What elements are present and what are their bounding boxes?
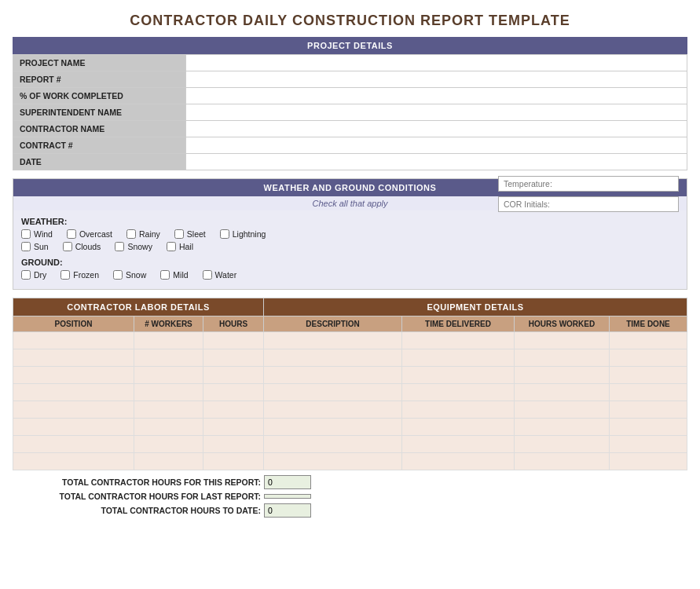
- equipment-cell[interactable]: [515, 349, 610, 367]
- equipment-cell[interactable]: [264, 419, 402, 436]
- checkbox-snow[interactable]: Snow: [113, 270, 146, 280]
- checkbox-rainy[interactable]: Rainy: [126, 229, 160, 239]
- checkbox-sun[interactable]: Sun: [21, 242, 49, 251]
- checkbox-sleet[interactable]: Sleet: [174, 229, 206, 239]
- cor-initials-input[interactable]: [498, 196, 679, 212]
- equipment-cell[interactable]: [515, 384, 610, 401]
- project-name-input[interactable]: [192, 58, 680, 68]
- equipment-cell[interactable]: [610, 436, 687, 453]
- labor-cell[interactable]: [13, 453, 134, 470]
- equipment-cell[interactable]: [610, 367, 687, 384]
- checkbox-lightning[interactable]: Lightning: [220, 229, 266, 239]
- snow-checkbox[interactable]: [113, 270, 123, 280]
- equipment-cell[interactable]: [402, 332, 515, 349]
- equipment-cell[interactable]: [610, 384, 687, 401]
- equipment-cell[interactable]: [264, 436, 402, 453]
- equipment-cell[interactable]: [402, 384, 515, 401]
- checkbox-clouds[interactable]: Clouds: [63, 242, 101, 251]
- sun-checkbox[interactable]: [21, 242, 31, 251]
- equipment-cell[interactable]: [264, 367, 402, 384]
- labor-cell[interactable]: [13, 419, 134, 436]
- equipment-cell[interactable]: [515, 419, 610, 436]
- contractor-name-value[interactable]: [186, 121, 687, 137]
- labor-cell[interactable]: [203, 349, 264, 367]
- temperature-input[interactable]: [498, 176, 679, 192]
- labor-cell[interactable]: [134, 367, 203, 384]
- equipment-cell[interactable]: [264, 401, 402, 419]
- labor-cell[interactable]: [13, 349, 134, 367]
- report-num-input[interactable]: [192, 75, 680, 84]
- work-completed-value[interactable]: [186, 88, 687, 104]
- checkbox-snowy[interactable]: Snowy: [115, 242, 152, 251]
- checkbox-overcast[interactable]: Overcast: [67, 229, 112, 239]
- checkbox-hail[interactable]: Hail: [167, 242, 193, 251]
- labor-cell[interactable]: [134, 349, 203, 367]
- checkbox-mild[interactable]: Mild: [160, 270, 188, 280]
- labor-cell[interactable]: [134, 332, 203, 349]
- equipment-cell[interactable]: [402, 436, 515, 453]
- sleet-checkbox[interactable]: [174, 229, 184, 239]
- labor-cell[interactable]: [203, 401, 264, 419]
- contract-num-value[interactable]: [186, 137, 687, 154]
- equipment-cell[interactable]: [610, 401, 687, 419]
- equipment-cell[interactable]: [515, 367, 610, 384]
- labor-cell[interactable]: [203, 453, 264, 470]
- hail-checkbox[interactable]: [167, 242, 176, 251]
- date-input[interactable]: [192, 157, 680, 166]
- labor-cell[interactable]: [203, 436, 264, 453]
- equipment-cell[interactable]: [402, 419, 515, 436]
- equipment-cell[interactable]: [610, 419, 687, 436]
- superintendent-value[interactable]: [186, 104, 687, 121]
- labor-cell[interactable]: [134, 384, 203, 401]
- equipment-cell[interactable]: [515, 453, 610, 470]
- water-checkbox[interactable]: [203, 270, 212, 280]
- labor-cell[interactable]: [134, 401, 203, 419]
- labor-cell[interactable]: [134, 453, 203, 470]
- equipment-cell[interactable]: [402, 401, 515, 419]
- report-num-value[interactable]: [186, 71, 687, 88]
- labor-cell[interactable]: [203, 367, 264, 384]
- labor-cell[interactable]: [134, 419, 203, 436]
- wind-checkbox[interactable]: [21, 229, 31, 239]
- contractor-name-input[interactable]: [192, 124, 680, 134]
- labor-cell[interactable]: [13, 332, 134, 349]
- equipment-cell[interactable]: [610, 453, 687, 470]
- equipment-cell[interactable]: [515, 401, 610, 419]
- labor-cell[interactable]: [203, 332, 264, 349]
- equipment-cell[interactable]: [610, 332, 687, 349]
- superintendent-input[interactable]: [192, 108, 680, 117]
- overcast-checkbox[interactable]: [67, 229, 76, 239]
- rainy-checkbox[interactable]: [126, 229, 136, 239]
- clouds-checkbox[interactable]: [63, 242, 72, 251]
- dry-checkbox[interactable]: [21, 270, 31, 280]
- checkbox-frozen[interactable]: Frozen: [60, 270, 99, 280]
- labor-cell[interactable]: [13, 367, 134, 384]
- mild-checkbox[interactable]: [160, 270, 170, 280]
- work-completed-input[interactable]: [192, 91, 680, 101]
- checkbox-wind[interactable]: Wind: [21, 229, 53, 239]
- snowy-checkbox[interactable]: [115, 242, 124, 251]
- contract-num-input[interactable]: [192, 141, 680, 150]
- frozen-checkbox[interactable]: [60, 270, 70, 280]
- equipment-cell[interactable]: [402, 367, 515, 384]
- labor-cell[interactable]: [13, 401, 134, 419]
- equipment-cell[interactable]: [515, 332, 610, 349]
- labor-cell[interactable]: [203, 384, 264, 401]
- labor-cell[interactable]: [13, 436, 134, 453]
- lightning-checkbox[interactable]: [220, 229, 229, 239]
- equipment-cell[interactable]: [515, 436, 610, 453]
- date-value[interactable]: [186, 154, 687, 170]
- equipment-cell[interactable]: [264, 349, 402, 367]
- equipment-cell[interactable]: [402, 349, 515, 367]
- checkbox-dry[interactable]: Dry: [21, 270, 46, 280]
- labor-cell[interactable]: [13, 384, 134, 401]
- equipment-cell[interactable]: [264, 453, 402, 470]
- equipment-cell[interactable]: [610, 349, 687, 367]
- checkbox-water[interactable]: Water: [203, 270, 237, 280]
- equipment-cell[interactable]: [264, 332, 402, 349]
- equipment-cell[interactable]: [402, 453, 515, 470]
- labor-cell[interactable]: [203, 419, 264, 436]
- project-name-value[interactable]: [186, 55, 687, 71]
- labor-cell[interactable]: [134, 436, 203, 453]
- equipment-cell[interactable]: [264, 384, 402, 401]
